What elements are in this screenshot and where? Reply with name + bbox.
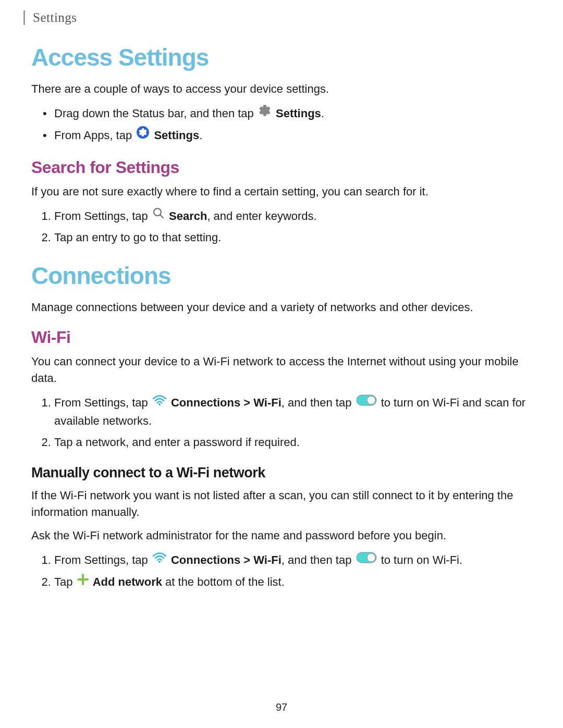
settings-app-icon: [136, 126, 150, 144]
text: .: [199, 129, 202, 142]
wifi-steps-list: From Settings, tap Connections > Wi-Fi, …: [31, 394, 532, 451]
search-label: Search: [169, 209, 207, 223]
intro-text: There are a couple of ways to access you…: [31, 81, 532, 97]
list-item: Drag down the Status bar, and then tap S…: [54, 105, 532, 124]
text: From Settings, tap: [54, 396, 151, 409]
add-network-label: Add network: [93, 575, 162, 588]
settings-label: Settings: [276, 107, 321, 120]
text: Tap: [54, 575, 76, 588]
toggle-on-icon: [356, 551, 377, 569]
manual-ask-text: Ask the Wi-Fi network administrator for …: [31, 527, 532, 544]
search-icon: [152, 207, 165, 225]
list-item: From Apps, tap Settings.: [54, 127, 532, 145]
heading-connections: Connections: [31, 262, 532, 290]
search-steps-list: From Settings, tap Search, and enter key…: [31, 207, 532, 246]
connections-intro-text: Manage connections between your device a…: [31, 299, 532, 316]
list-item: From Settings, tap Connections > Wi-Fi, …: [54, 551, 532, 570]
svg-point-8: [367, 553, 375, 562]
svg-line-2: [160, 215, 163, 218]
text: From Settings, tap: [54, 553, 151, 566]
list-item: Tap a network, and enter a password if r…: [54, 434, 532, 451]
text: to turn on Wi-Fi.: [381, 553, 462, 566]
list-item: Tap an entry to go to that setting.: [54, 229, 532, 246]
search-intro-text: If you are not sure exactly where to fin…: [31, 183, 532, 200]
gear-icon: [258, 104, 272, 122]
plus-icon: [77, 573, 89, 590]
heading-wifi: Wi-Fi: [31, 328, 532, 347]
toggle-on-icon: [356, 393, 377, 411]
wifi-intro-text: You can connect your device to a Wi-Fi n…: [31, 353, 532, 387]
connections-wifi-label: Connections > Wi-Fi: [171, 396, 282, 409]
access-methods-list: Drag down the Status bar, and then tap S…: [31, 105, 532, 145]
text: at the bottom of the list.: [162, 575, 285, 588]
svg-point-6: [158, 561, 161, 563]
text: , and enter keywords.: [207, 209, 316, 223]
text: Drag down the Status bar, and then tap: [54, 107, 257, 120]
heading-search-settings: Search for Settings: [31, 158, 532, 177]
header-section: Settings: [23, 10, 532, 25]
text: From Settings, tap: [54, 209, 151, 223]
text: , and then tap: [282, 553, 355, 566]
settings-label: Settings: [154, 129, 199, 142]
text: From Apps, tap: [54, 129, 135, 142]
page-number: 97: [276, 701, 287, 713]
manual-intro-text: If the Wi-Fi network you want is not lis…: [31, 487, 532, 521]
list-item: From Settings, tap Connections > Wi-Fi, …: [54, 394, 532, 430]
breadcrumb: Settings: [33, 10, 532, 25]
list-item: Tap Add network at the bottom of the lis…: [54, 573, 532, 591]
connections-wifi-label: Connections > Wi-Fi: [171, 553, 282, 566]
svg-point-3: [158, 403, 161, 405]
text: .: [321, 107, 324, 120]
heading-manual-wifi: Manually connect to a Wi-Fi network: [31, 465, 532, 481]
wifi-icon: [152, 551, 167, 569]
svg-point-5: [367, 396, 375, 404]
heading-access-settings: Access Settings: [31, 43, 532, 71]
wifi-icon: [152, 393, 167, 411]
text: , and then tap: [282, 396, 355, 409]
list-item: From Settings, tap Search, and enter key…: [54, 207, 532, 226]
manual-steps-list: From Settings, tap Connections > Wi-Fi, …: [31, 551, 532, 591]
